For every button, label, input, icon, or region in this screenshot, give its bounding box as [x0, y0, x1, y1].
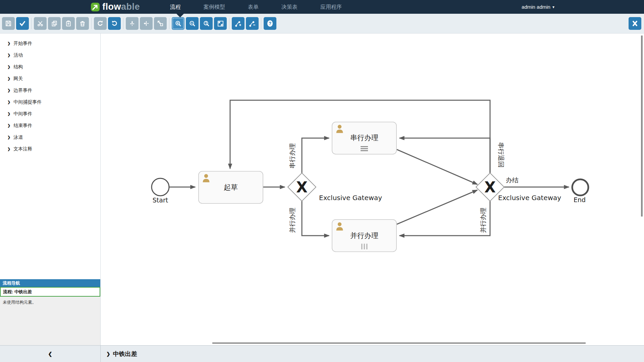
chevron-right-icon: ❯	[106, 351, 110, 357]
palette-item-start-events[interactable]: ❯开始事件	[0, 38, 100, 49]
palette-item-text-annotation[interactable]: ❯文本注释	[0, 143, 100, 155]
palette-item-label: 中间捕捉事件	[13, 99, 42, 105]
chevron-right-icon: ❯	[7, 41, 10, 46]
process-navigator-note: 未使用结构元素。	[0, 297, 100, 345]
gateway2-label: Exclusive Gateway	[498, 194, 561, 202]
copy-button[interactable]	[48, 17, 61, 30]
palette-item-swimlanes[interactable]: ❯泳道	[0, 131, 100, 143]
zoom-fit-icon	[217, 20, 224, 27]
active-tab-caret	[176, 14, 184, 17]
zoom-actual-icon	[203, 20, 210, 27]
start-event[interactable]	[152, 178, 169, 196]
flow-parallel-to-gateway2[interactable]	[397, 190, 477, 224]
redo-button[interactable]	[94, 17, 107, 30]
chevron-right-icon: ❯	[7, 65, 10, 69]
toolbar-separator	[169, 18, 169, 29]
palette-item-activities[interactable]: ❯活动	[0, 49, 100, 61]
tab-apps[interactable]: 应用程序	[320, 0, 342, 14]
paste-button[interactable]	[62, 17, 75, 30]
flow-gateway1-to-serial[interactable]	[302, 138, 329, 173]
chevron-right-icon: ❯	[7, 100, 10, 104]
flow-gateway1-to-parallel[interactable]	[302, 201, 329, 236]
task-serial[interactable]: 串行办理	[332, 122, 396, 154]
align-vertical-button[interactable]	[126, 17, 139, 30]
zoom-out-button[interactable]	[186, 17, 199, 30]
palette-item-gateways[interactable]: ❯网关	[0, 73, 100, 84]
top-navbar: flowable 流程 案例模型 表单 决策表 应用程序 admin admin…	[0, 0, 644, 14]
flow-parallel-label: 并行办理	[288, 207, 296, 233]
toolbar-separator	[91, 18, 92, 29]
palette-item-label: 中间事件	[13, 111, 32, 117]
flow-serial-label: 串行办理	[288, 143, 296, 169]
main-tabs: 流程 案例模型 表单 决策表 应用程序	[170, 0, 342, 14]
same-size-icon	[157, 20, 164, 27]
end-event[interactable]	[572, 179, 588, 195]
zoom-in-button[interactable]	[172, 17, 184, 30]
toolbar-separator	[261, 18, 261, 29]
undo-button[interactable]	[108, 17, 121, 30]
tab-forms[interactable]: 表单	[248, 0, 259, 14]
task-parallel-label: 并行办理	[350, 232, 378, 240]
chevron-right-icon: ❯	[7, 76, 10, 81]
check-icon	[19, 20, 26, 27]
exclusive-gateway-1[interactable]: X Exclusive Gateway	[288, 173, 382, 202]
breadcrumb[interactable]: ❯ 中铁出差	[101, 346, 137, 362]
flowable-logo[interactable]: flowable	[91, 2, 140, 12]
user-menu[interactable]: admin admin ▾	[522, 4, 554, 10]
palette-item-label: 结束事件	[13, 123, 32, 129]
save-button[interactable]	[2, 17, 15, 30]
help-button[interactable]: ?	[264, 17, 276, 30]
parallel-multi-instance-icon	[361, 244, 368, 249]
diagram-canvas[interactable]: Start 起草 串行办理 并行办理 X Exclusive Gateway X…	[101, 34, 644, 345]
undo-icon	[111, 20, 118, 27]
palette-item-intermediate-catching-events[interactable]: ❯中间捕捉事件	[0, 96, 100, 108]
flow-gateway2-return-to-serial[interactable]	[399, 138, 490, 173]
chevron-down-icon: ▾	[552, 5, 554, 9]
zoom-actual-button[interactable]	[200, 17, 213, 30]
task-draft[interactable]: 起草	[199, 171, 263, 203]
gateway-x-symbol: X	[296, 179, 308, 196]
horizontal-scrollbar[interactable]	[212, 343, 586, 344]
help-icon: ?	[266, 19, 274, 27]
trash-icon	[79, 20, 86, 27]
close-editor-button[interactable]	[629, 17, 641, 30]
palette-item-label: 结构	[13, 64, 23, 70]
remove-bendpoint-button[interactable]	[246, 17, 259, 30]
tab-processes[interactable]: 流程	[170, 0, 181, 14]
copy-icon	[51, 20, 58, 27]
cut-button[interactable]	[34, 17, 47, 30]
task-parallel[interactable]: 并行办理	[332, 220, 396, 252]
bpmn-diagram: Start 起草 串行办理 并行办理 X Exclusive Gateway X…	[101, 34, 644, 345]
flowable-logo-icon	[91, 2, 100, 12]
palette-item-end-events[interactable]: ❯结束事件	[0, 120, 100, 131]
remove-bendpoint-icon	[249, 20, 256, 27]
validate-button[interactable]	[16, 17, 29, 30]
same-size-button[interactable]	[154, 17, 167, 30]
flow-serial-to-gateway2[interactable]	[397, 149, 477, 184]
sequential-multi-instance-icon	[361, 146, 368, 151]
palette-item-intermediate-events[interactable]: ❯中间事件	[0, 108, 100, 120]
process-navigator-title: 流程导航	[0, 279, 100, 287]
add-bendpoint-button[interactable]	[232, 17, 245, 30]
process-navigator-panel: 流程导航 流程: 中铁出差 未使用结构元素。	[0, 279, 100, 345]
sequence-flows[interactable]	[169, 100, 569, 236]
vertical-scrollbar[interactable]	[641, 36, 643, 217]
chevron-right-icon: ❯	[7, 135, 10, 139]
delete-button[interactable]	[76, 17, 89, 30]
start-event-label: Start	[153, 196, 168, 204]
tab-decision-tables[interactable]: 决策表	[281, 0, 298, 14]
zoom-fit-button[interactable]	[214, 17, 227, 30]
palette-sidebar: ❯开始事件 ❯活动 ❯结构 ❯网关 ❯边界事件 ❯中间捕捉事件 ❯中间事件 ❯结…	[0, 34, 101, 345]
palette-item-boundary-events[interactable]: ❯边界事件	[0, 84, 100, 96]
tab-case-models[interactable]: 案例模型	[204, 0, 225, 14]
palette-item-structural[interactable]: ❯结构	[0, 61, 100, 73]
collapse-sidebar-icon[interactable]: ❮	[48, 351, 52, 357]
breadcrumb-process-name: 中铁出差	[113, 350, 137, 358]
toolbar-separator	[229, 18, 229, 29]
flow-gateway2-return-to-parallel[interactable]	[399, 201, 490, 236]
user-name: admin admin	[522, 4, 550, 10]
chevron-right-icon: ❯	[7, 53, 10, 57]
process-navigator-current[interactable]: 流程: 中铁出差	[0, 287, 100, 297]
chevron-right-icon: ❯	[7, 88, 10, 93]
align-horizontal-button[interactable]	[140, 17, 153, 30]
